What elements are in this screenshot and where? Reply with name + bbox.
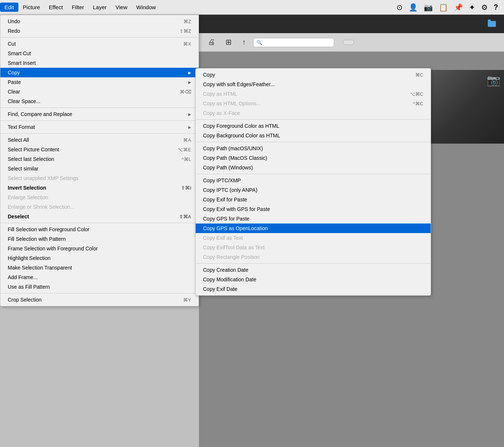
copy-item-label: Copy Foreground Color as HTML — [203, 123, 279, 129]
copy-submenu-item-copy-rectangle-position: Copy Rectangle Position — [196, 252, 431, 262]
menu-item-smart-insert[interactable]: Smart Insert — [0, 58, 199, 68]
menu-item-deselect[interactable]: Deselect⇧⌘A — [0, 212, 199, 221]
copy-submenu-item-copy-exif-for-paste[interactable]: Copy Exif for Paste — [196, 195, 431, 204]
menubar-picture[interactable]: Picture — [18, 3, 45, 12]
copy-submenu-item-copy-creation-date[interactable]: Copy Creation Date — [196, 265, 431, 275]
menu-item-frame-selection-with-foreground-color[interactable]: Frame Selection with Foreground Color — [0, 244, 199, 253]
copy-submenu-item-copy-gps-for-paste[interactable]: Copy GPS for Paste — [196, 214, 431, 224]
copy-submenu-item-copy-path--macos-classic-[interactable]: Copy Path (MacOS Classic) — [196, 153, 431, 163]
menu-item-label: Paste — [8, 79, 21, 85]
copy-submenu-item-copy-exif-with-gps-for-paste[interactable]: Copy Exif with GPS for Paste — [196, 204, 431, 214]
menubar-edit[interactable]: Edit — [0, 3, 18, 12]
copy-submenu-item-copy-path--macos-unix-[interactable]: Copy Path (macOS/UNIX) — [196, 144, 431, 153]
menubar-window[interactable]: Window — [132, 3, 160, 12]
menu-item-use-as-fill-pattern[interactable]: Use as Fill Pattern — [0, 282, 199, 292]
menu-item-shortcut: ⇧⌘A — [179, 214, 191, 219]
menu-item-copy[interactable]: Copy▶ — [0, 68, 199, 77]
menu-item-clear[interactable]: Clear⌘⌫ — [0, 87, 199, 96]
copy-item-label: Copy with soft Edges/Feather... — [203, 81, 275, 87]
menu-item-select-last-selection[interactable]: Select last Selection^⌘L — [0, 154, 199, 164]
gear-icon[interactable]: ⚙ — [481, 3, 488, 12]
copy-item-label: Copy as HTML Options... — [203, 101, 261, 106]
menu-item-label: Text Format — [8, 124, 35, 130]
copy-submenu-item-copy-exif-date[interactable]: Copy Exif Date — [196, 284, 431, 294]
menu-item-label: Clear — [8, 89, 20, 95]
copy-separator — [196, 174, 431, 174]
pin-icon[interactable]: 📌 — [454, 3, 463, 12]
copy-submenu-item-copy-exiftool-data-as-text: Copy ExifTool Data as Text — [196, 243, 431, 252]
clipboard-icon[interactable]: 📋 — [439, 3, 448, 12]
menu-item-shortcut: ⌘Y — [183, 297, 191, 303]
submenu-arrow-icon: ▶ — [188, 125, 191, 129]
copy-item-label: Copy Path (MacOS Classic) — [203, 155, 267, 161]
menu-item-label: Make Selection Transparent — [8, 265, 72, 271]
menu-item-add-frame---[interactable]: Add Frame... — [0, 272, 199, 282]
help-icon[interactable]: ? — [494, 3, 498, 11]
print-icon: 🖨 — [208, 38, 215, 46]
copy-item-label: Copy IPTC (only ANPA) — [203, 187, 258, 193]
copy-submenu-item-copy-modification-date[interactable]: Copy Modification Date — [196, 275, 431, 284]
nobatch-button[interactable] — [343, 40, 354, 45]
menu-item-invert-selection[interactable]: Invert Selection⇧⌘I — [0, 183, 199, 193]
copy-item-label: Copy Background Color as HTML — [203, 133, 280, 138]
folder-label — [488, 21, 498, 27]
copy-submenu-item-copy-background-color-as-html[interactable]: Copy Background Color as HTML — [196, 131, 431, 140]
menu-item-label: Fill Selection with Foreground Color — [8, 226, 90, 232]
copy-item-shortcut: ⌘C — [400, 72, 423, 78]
catalog-icon: ⊞ — [225, 38, 232, 46]
copy-separator — [196, 119, 431, 120]
menu-item-crop-selection[interactable]: Crop Selection⌘Y — [0, 295, 199, 305]
menubar-view[interactable]: View — [111, 3, 132, 12]
menu-item-label: Crop Selection — [8, 297, 42, 303]
menu-item-shortcut: ⌥⌘E — [178, 147, 191, 152]
submenu-arrow-icon: ▶ — [188, 71, 191, 75]
menu-item-highlight-selection[interactable]: Highlight Selection — [0, 253, 199, 263]
search-field[interactable]: 🔍 — [253, 38, 334, 47]
camera-bg-icon: 📷 — [487, 74, 500, 87]
edit-menu: Undo⌘ZRedo⇧⌘ZCut⌘XSmart CutSmart InsertC… — [0, 15, 199, 306]
copy-item-label: Copy Creation Date — [203, 267, 248, 273]
copy-submenu-item-copy-with-soft-edges-feather---[interactable]: Copy with soft Edges/Feather... — [196, 80, 431, 89]
person-icon[interactable]: 👤 — [409, 3, 418, 12]
menu-item-undo[interactable]: Undo⌘Z — [0, 17, 199, 26]
menu-item-fill-selection-with-foreground-color[interactable]: Fill Selection with Foreground Color — [0, 225, 199, 234]
copy-submenu-item-copy-exif-as-text: Copy Exif as Text — [196, 233, 431, 243]
copy-submenu-item-copy-iptc--only-anpa-[interactable]: Copy IPTC (only ANPA) — [196, 185, 431, 195]
target-icon[interactable]: ⊙ — [396, 3, 403, 12]
copy-submenu-item-copy[interactable]: Copy⌘C — [196, 70, 431, 80]
menu-item-find--compare-and-replace[interactable]: Find, Compare and Replace▶ — [0, 109, 199, 119]
menu-item-shortcut: ⌘A — [183, 137, 191, 143]
star-icon[interactable]: ✦ — [469, 3, 475, 12]
copy-item-label: Copy GPS for Paste — [203, 216, 249, 222]
copy-submenu-item-copy-foreground-color-as-html[interactable]: Copy Foreground Color as HTML — [196, 121, 431, 131]
menubar-filter[interactable]: Filter — [67, 3, 88, 12]
copy-item-label: Copy Path (macOS/UNIX) — [203, 145, 263, 151]
menu-item-fill-selection-with-pattern[interactable]: Fill Selection with Pattern — [0, 234, 199, 244]
menu-item-text-format[interactable]: Text Format▶ — [0, 122, 199, 132]
camera-icon[interactable]: 📷 — [424, 3, 433, 12]
menu-item-select-all[interactable]: Select All⌘A — [0, 135, 199, 145]
copy-item-label: Copy — [203, 72, 215, 78]
copy-submenu-item-copy-gps-as-openlocation[interactable]: Copy GPS as OpenLocation — [196, 224, 431, 233]
copy-submenu-item-copy-iptc-xmp[interactable]: Copy IPTC/XMP — [196, 176, 431, 185]
catalog-button[interactable]: ⊞ — [223, 36, 235, 49]
menu-item-select-similar[interactable]: Select similar — [0, 164, 199, 173]
menubar: Edit Picture Effect Filter Layer View Wi… — [0, 0, 504, 15]
print-button[interactable]: 🖨 — [205, 36, 218, 49]
menu-item-label: Copy — [8, 70, 20, 75]
copy-submenu-item-copy-path--windows-[interactable]: Copy Path (Windows) — [196, 163, 431, 172]
menu-item-clear-space---[interactable]: Clear Space... — [0, 96, 199, 106]
copy-item-label: Copy as X-Face — [203, 110, 240, 116]
menu-item-select-picture-content[interactable]: Select Picture Content⌥⌘E — [0, 145, 199, 154]
menu-item-make-selection-transparent[interactable]: Make Selection Transparent — [0, 263, 199, 272]
menu-item-label: Undo — [8, 18, 20, 24]
share-button[interactable]: ↑ — [239, 36, 249, 49]
menubar-layer[interactable]: Layer — [88, 3, 111, 12]
menu-item-redo[interactable]: Redo⇧⌘Z — [0, 26, 199, 36]
menu-item-paste[interactable]: Paste▶ — [0, 77, 199, 87]
menu-item-cut[interactable]: Cut⌘X — [0, 39, 199, 49]
menubar-effect[interactable]: Effect — [45, 3, 67, 12]
menu-item-smart-cut[interactable]: Smart Cut — [0, 49, 199, 58]
menu-item-label: Find, Compare and Replace — [8, 111, 72, 117]
copy-item-label: Copy Path (Windows) — [203, 165, 253, 170]
